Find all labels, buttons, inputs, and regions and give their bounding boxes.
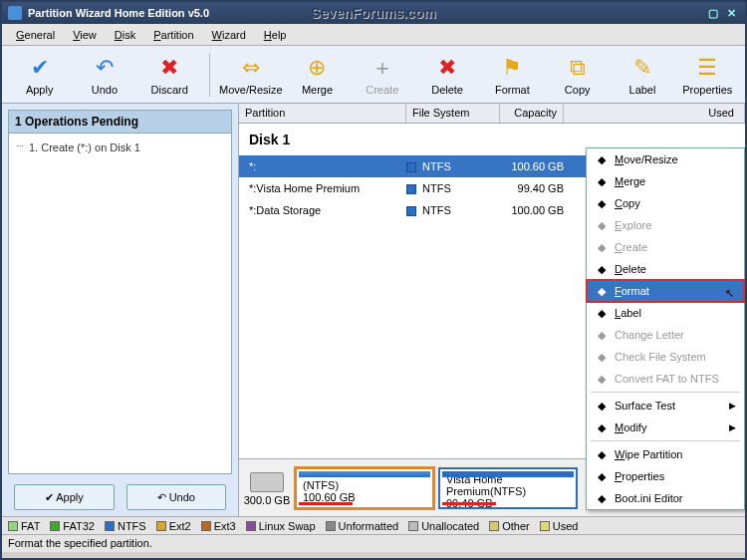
diskmap-segment[interactable]: Vista Home Premium(NTFS)99.40 GB xyxy=(438,467,578,509)
tool-format[interactable]: ⚑Format xyxy=(483,52,542,98)
legend-other: Other xyxy=(489,520,530,532)
col-filesystem[interactable]: File System xyxy=(406,104,500,123)
ctx-properties[interactable]: ◆Properties xyxy=(587,465,744,487)
ctx-surfacetest[interactable]: ◆Surface Test▶ xyxy=(587,395,744,417)
ctx-merge[interactable]: ◆Merge xyxy=(587,170,744,192)
legend-used: Used xyxy=(540,520,579,532)
legend-fat: FAT xyxy=(8,520,40,532)
legend-unallocated: Unallocated xyxy=(408,520,479,532)
legend-ext: Ext3 xyxy=(201,520,236,532)
menu-general[interactable]: General xyxy=(8,27,63,43)
menu-help[interactable]: Help xyxy=(256,27,295,43)
ctx-modify[interactable]: ◆Modify▶ xyxy=(587,417,744,438)
tool-merge[interactable]: ⊕Merge xyxy=(288,52,347,98)
status-bar: Format the specified partition. xyxy=(2,534,745,552)
menubar: GeneralViewDiskPartitionWizardHelp xyxy=(2,24,745,46)
legend-ntfs: NTFS xyxy=(105,520,146,532)
tool-apply[interactable]: ✔Apply xyxy=(10,52,69,98)
ctx-moveresize[interactable]: ◆Move/Resize xyxy=(587,148,744,170)
sidebar: 1 Operations Pending 1. Create (*:) on D… xyxy=(2,104,239,516)
ctx-delete[interactable]: ◆Delete xyxy=(587,258,744,280)
menu-disk[interactable]: Disk xyxy=(107,27,143,43)
legend-linuxswap: Linux Swap xyxy=(246,520,316,532)
col-used[interactable]: Used xyxy=(564,104,745,123)
app-icon xyxy=(8,6,22,20)
tool-create: ＋Create xyxy=(353,52,411,98)
col-capacity[interactable]: Capacity xyxy=(500,104,564,123)
tool-properties[interactable]: ☰Properties xyxy=(678,52,737,98)
legend-ext: Ext2 xyxy=(156,520,191,532)
undo-button[interactable]: ↶ Undo xyxy=(126,484,227,510)
ctx-create: ◆Create xyxy=(587,236,744,258)
tool-moveresize[interactable]: ⇔Move/Resize xyxy=(220,52,282,98)
menu-wizard[interactable]: Wizard xyxy=(204,27,254,43)
context-menu: ◆Move/Resize◆Merge◆Copy◆Explore◆Create◆D… xyxy=(586,147,745,510)
watermark: SevenForums.com xyxy=(311,5,435,21)
tool-discard[interactable]: ✖Discard xyxy=(140,52,199,98)
operations-list: 1. Create (*:) on Disk 1 xyxy=(8,134,232,474)
titlebar: Partition Wizard Home Edition v5.0 Seven… xyxy=(2,2,745,24)
menu-partition[interactable]: Partition xyxy=(145,27,201,43)
legend-unformatted: Unformatted xyxy=(326,520,399,532)
ctx-checkfilesystem: ◆Check File System xyxy=(587,346,744,368)
ctx-format[interactable]: ◆Format↖ xyxy=(587,280,744,302)
ctx-label[interactable]: ◆Label xyxy=(587,302,744,324)
disk-icon: 300.0 GB xyxy=(243,470,291,506)
ctx-bootinieditor[interactable]: ◆Boot.ini Editor xyxy=(587,487,744,509)
operations-header: 1 Operations Pending xyxy=(8,110,232,134)
legend: FATFAT32NTFSExt2Ext3Linux SwapUnformatte… xyxy=(2,516,745,534)
ctx-convertfattontfs: ◆Convert FAT to NTFS xyxy=(587,368,744,390)
menu-view[interactable]: View xyxy=(65,27,105,43)
ctx-explore: ◆Explore xyxy=(587,214,744,236)
ctx-copy[interactable]: ◆Copy xyxy=(587,192,744,214)
ctx-changeletter: ◆Change Letter xyxy=(587,324,744,346)
content-pane: Partition File System Capacity Used Disk… xyxy=(239,104,745,516)
apply-button[interactable]: ✔ Apply xyxy=(14,484,115,510)
ctx-wipepartition[interactable]: ◆Wipe Partition xyxy=(587,443,744,465)
close-button[interactable]: ✕ xyxy=(723,7,739,20)
legend-fat: FAT32 xyxy=(50,520,95,532)
diskmap-segment[interactable]: (NTFS)100.60 GB xyxy=(295,467,434,509)
column-headers: Partition File System Capacity Used xyxy=(239,104,745,124)
pending-operation[interactable]: 1. Create (*:) on Disk 1 xyxy=(15,140,225,155)
minimize-button[interactable]: ▢ xyxy=(705,7,721,20)
toolbar: ✔Apply↶Undo✖Discard⇔Move/Resize⊕Merge＋Cr… xyxy=(2,46,745,104)
tool-delete[interactable]: ✖Delete xyxy=(417,52,476,98)
tool-undo[interactable]: ↶Undo xyxy=(75,52,133,98)
window-title: Partition Wizard Home Edition v5.0 xyxy=(28,7,209,19)
tool-copy[interactable]: ⧉Copy xyxy=(548,52,607,98)
tool-label[interactable]: ✎Label xyxy=(613,52,671,98)
col-partition[interactable]: Partition xyxy=(239,104,406,123)
